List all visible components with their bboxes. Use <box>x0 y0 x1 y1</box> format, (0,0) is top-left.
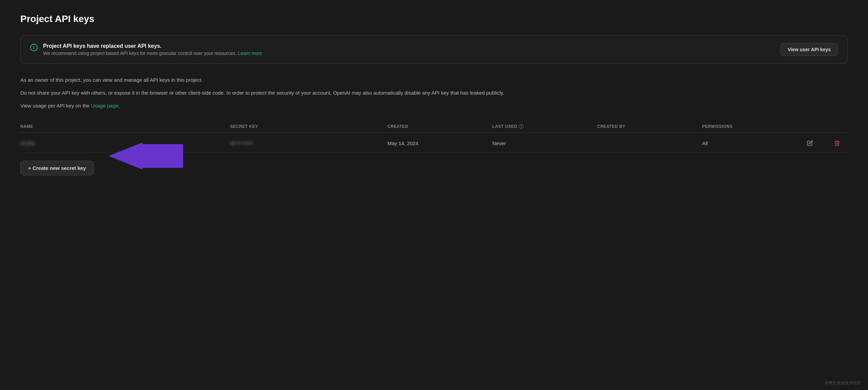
learn-more-link[interactable]: Learn more <box>238 51 262 56</box>
header-created: CREATED <box>388 124 492 129</box>
info-banner: i Project API keys have replaced user AP… <box>20 35 848 64</box>
watermark: @稀土掘金技术社区 <box>825 380 861 386</box>
description-section: As an owner of this project, you can vie… <box>20 76 848 110</box>
row-permissions: All <box>702 140 807 146</box>
header-edit <box>807 124 834 129</box>
delete-key-button[interactable] <box>834 140 840 146</box>
last-used-info-icon: i <box>519 124 524 129</box>
description-3-text: View usage per API key on the <box>20 103 91 109</box>
header-created-by: CREATED BY <box>597 124 702 129</box>
description-2: Do not share your API key with others, o… <box>20 89 848 97</box>
row-delete <box>834 140 848 146</box>
description-3: View usage per API key on the Usage page… <box>20 102 848 110</box>
row-edit <box>807 140 834 146</box>
info-banner-text: Project API keys have replaced user API … <box>43 43 262 56</box>
header-delete <box>834 124 848 129</box>
banner-title: Project API keys have replaced user API … <box>43 43 262 49</box>
row-name: sk-proj <box>20 140 230 146</box>
row-secret-key: sk-••• •••••• <box>230 140 388 146</box>
create-secret-key-button[interactable]: + Create new secret key <box>20 161 94 175</box>
banner-subtitle: We recommend using project based API key… <box>43 51 262 56</box>
table-row: sk-proj sk-••• •••••• May 14, 2024 Never… <box>20 134 848 153</box>
api-keys-table: NAME SECRET KEY CREATED LAST USED i CREA… <box>20 121 848 153</box>
header-permissions: PERMISSIONS <box>702 124 807 129</box>
create-key-section: + Create new secret key <box>20 153 94 175</box>
page-title: Project API keys <box>20 14 848 24</box>
header-last-used: LAST USED i <box>492 124 597 129</box>
usage-page-link[interactable]: Usage page <box>91 103 118 109</box>
row-last-used: Never <box>492 140 597 146</box>
table-header: NAME SECRET KEY CREATED LAST USED i CREA… <box>20 121 848 133</box>
info-icon: i <box>30 44 38 51</box>
description-1: As an owner of this project, you can vie… <box>20 76 848 84</box>
row-created: May 14, 2024 <box>388 140 492 146</box>
info-banner-left: i Project API keys have replaced user AP… <box>30 43 262 56</box>
header-name: NAME <box>20 124 230 129</box>
view-user-keys-button[interactable]: View user API keys <box>781 43 838 56</box>
description-3-period: . <box>118 103 120 109</box>
banner-subtitle-text: We recommend using project based API key… <box>43 51 237 56</box>
edit-key-button[interactable] <box>807 140 813 146</box>
header-secret-key: SECRET KEY <box>230 124 388 129</box>
